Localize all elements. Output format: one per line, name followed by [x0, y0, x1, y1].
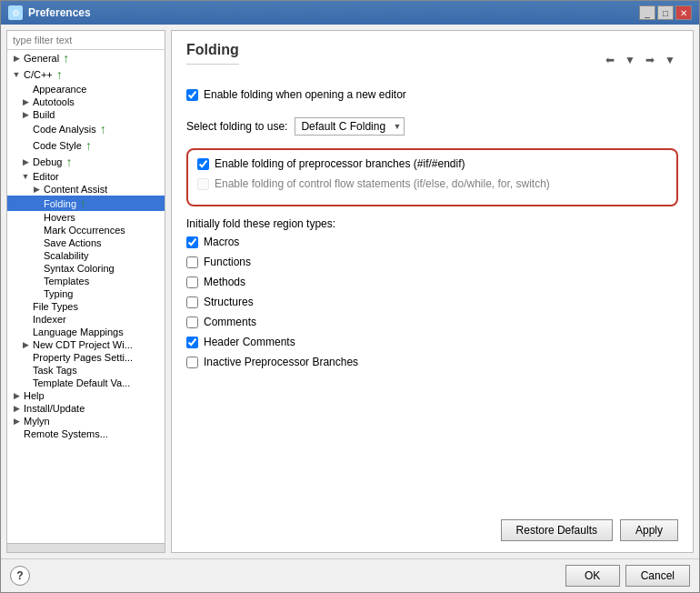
green-arrow-code-style: ↑ [85, 138, 92, 153]
sidebar-item-content-assist[interactable]: ▶ Content Assist [7, 183, 165, 196]
inactive-preprocessor-checkbox[interactable] [186, 357, 198, 368]
macros-checkbox[interactable] [186, 236, 198, 248]
tree-label-lang-mappings: Language Mappings [33, 327, 124, 337]
minimize-button[interactable]: _ [639, 5, 655, 20]
sidebar-item-mark-occurrences[interactable]: Mark Occurrences [7, 224, 165, 236]
tree-toggle-install: ▶ [11, 403, 22, 414]
nav-back-button[interactable]: ⬅ [602, 52, 618, 68]
tree-label-folding: Folding [44, 198, 76, 209]
functions-label[interactable]: Functions [204, 256, 251, 268]
sidebar-item-typing[interactable]: Typing [7, 287, 165, 300]
sidebar-item-help[interactable]: ▶ Help [7, 389, 165, 402]
enable-folding-label[interactable]: Enable folding when opening a new editor [204, 88, 406, 101]
green-arrow-cpp: ↑ [56, 67, 63, 82]
macros-label[interactable]: Macros [204, 236, 239, 248]
tree-toggle-scalability [31, 250, 42, 261]
tree-toggle-file-types [20, 301, 31, 312]
macros-row: Macros [186, 236, 678, 248]
sidebar-item-install-update[interactable]: ▶ Install/Update [7, 402, 165, 415]
sidebar-item-code-analysis[interactable]: Code Analysis ↑ [7, 121, 165, 137]
sidebar-item-code-style[interactable]: Code Style ↑ [7, 137, 165, 154]
apply-button[interactable]: Apply [620, 519, 678, 541]
inactive-preprocessor-label[interactable]: Inactive Preprocessor Branches [204, 356, 358, 368]
methods-label[interactable]: Methods [204, 276, 245, 288]
ok-button[interactable]: OK [565, 565, 620, 587]
nav-forward-button[interactable]: ➡ [642, 52, 658, 68]
sidebar-item-folding[interactable]: Folding ↑ [7, 196, 165, 211]
tree-label-file-types: File Types [33, 301, 78, 312]
comments-label[interactable]: Comments [204, 316, 256, 328]
sidebar-item-language-mappings[interactable]: Language Mappings [7, 326, 165, 338]
restore-defaults-button[interactable]: Restore Defaults [501, 519, 613, 541]
maximize-button[interactable]: □ [657, 5, 674, 20]
functions-checkbox[interactable] [186, 256, 198, 268]
sidebar-item-task-tags[interactable]: Task Tags [7, 364, 165, 377]
enable-control-flow-row: Enable folding of control flow statement… [197, 177, 667, 190]
sidebar-item-mylyn[interactable]: ▶ Mylyn [7, 415, 165, 427]
tree-toggle-general: ▶ [11, 53, 22, 64]
nav-dropdown-button[interactable]: ▼ [622, 52, 638, 68]
nav-menu-button[interactable]: ▼ [662, 52, 678, 68]
header-comments-label[interactable]: Header Comments [204, 336, 295, 348]
comments-checkbox[interactable] [186, 317, 198, 328]
sidebar-item-indexer[interactable]: Indexer [7, 313, 165, 326]
close-button[interactable]: ✕ [675, 5, 692, 20]
tree-toggle-build: ▶ [20, 109, 31, 120]
sidebar-item-appearance[interactable]: Appearance [7, 83, 165, 95]
green-arrow-folding: ↑ [80, 196, 86, 210]
tree-scrollbar-horiz[interactable] [7, 543, 165, 552]
tree-toggle-content-assist: ▶ [31, 184, 42, 195]
tree-toggle-remote [11, 428, 22, 439]
tree-label-remote: Remote Systems... [24, 428, 108, 439]
tree-toggle-editor: ▼ [20, 171, 31, 182]
enable-folding-checkbox[interactable] [186, 89, 198, 101]
tree-label-mylyn: Mylyn [24, 416, 50, 427]
sidebar-item-property-pages[interactable]: Property Pages Setti... [7, 351, 165, 364]
select-folding-label: Select folding to use: [186, 120, 287, 133]
inactive-preprocessor-row: Inactive Preprocessor Branches [186, 356, 678, 368]
tree-label-help: Help [24, 390, 45, 401]
tree-toggle-appearance [20, 84, 31, 95]
header-comments-checkbox[interactable] [186, 337, 198, 348]
sidebar-item-editor[interactable]: ▼ Editor [7, 170, 165, 183]
sidebar-item-debug[interactable]: ▶ Debug ↑ [7, 154, 165, 170]
page-title: Folding [186, 42, 239, 65]
enable-control-flow-label[interactable]: Enable folding of control flow statement… [215, 177, 550, 190]
sidebar-item-general[interactable]: ▶ General ↑ [7, 50, 165, 66]
help-button[interactable]: ? [10, 566, 30, 586]
structures-row: Structures [186, 296, 678, 308]
filter-input[interactable] [7, 31, 165, 50]
tree-label-task-tags: Task Tags [33, 365, 77, 376]
sidebar-item-new-cdt[interactable]: ▶ New CDT Project Wi... [7, 338, 165, 351]
enable-preprocessor-label[interactable]: Enable folding of preprocessor branches … [215, 157, 465, 170]
window-title: Preferences [28, 6, 91, 19]
sidebar-item-cpp[interactable]: ▼ C/C++ ↑ [7, 66, 165, 83]
sidebar-item-scalability[interactable]: Scalability [7, 249, 165, 262]
select-folding-row: Select folding to use: Default C Folding [186, 117, 678, 136]
sidebar-item-template-default[interactable]: Template Default Va... [7, 377, 165, 389]
sidebar-item-file-types[interactable]: File Types [7, 300, 165, 313]
ok-cancel-buttons: OK Cancel [565, 565, 690, 587]
tree-toggle-code-style [20, 140, 31, 151]
sidebar-item-build[interactable]: ▶ Build [7, 108, 165, 121]
tree-toggle-hovers [31, 212, 42, 223]
tree-label-general: General [24, 53, 59, 64]
cancel-button[interactable]: Cancel [625, 565, 690, 587]
structures-checkbox[interactable] [186, 296, 198, 308]
tree-toggle-help: ▶ [11, 390, 22, 401]
sidebar-item-autotools[interactable]: ▶ Autotools [7, 95, 165, 108]
sidebar-item-save-actions[interactable]: Save Actions [7, 236, 165, 249]
sidebar-item-hovers[interactable]: Hovers [7, 211, 165, 224]
header-comments-row: Header Comments [186, 336, 678, 348]
tree-toggle-typing [31, 288, 42, 299]
sidebar-item-remote-systems[interactable]: Remote Systems... [7, 427, 165, 440]
sidebar-item-syntax-coloring[interactable]: Syntax Coloring [7, 262, 165, 275]
methods-checkbox[interactable] [186, 276, 198, 288]
sidebar-item-templates[interactable]: Templates [7, 275, 165, 287]
structures-label[interactable]: Structures [204, 296, 254, 308]
enable-control-flow-checkbox[interactable] [197, 178, 209, 190]
tree-toggle-mark-occ [31, 225, 42, 236]
tree-toggle-lang-mappings [20, 327, 31, 337]
select-folding-dropdown[interactable]: Default C Folding [295, 117, 405, 136]
enable-preprocessor-checkbox[interactable] [197, 158, 209, 170]
